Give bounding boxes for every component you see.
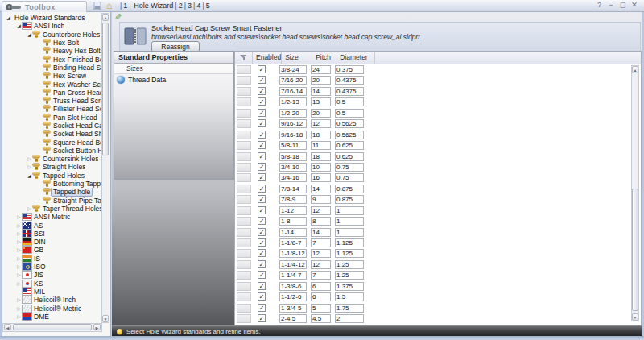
expand-arrow-icon[interactable]: ▷ <box>15 313 23 321</box>
tree-item-pan-slot-head[interactable]: Pan Slot Head <box>2 114 102 122</box>
enabled-checkbox[interactable]: ✓ <box>258 87 266 95</box>
tree-item-hex-screw[interactable]: Hex Screw <box>2 72 102 80</box>
enabled-checkbox[interactable]: ✓ <box>258 97 266 106</box>
size-input[interactable] <box>279 260 307 269</box>
size-input[interactable] <box>279 119 307 128</box>
row-selector[interactable] <box>237 271 251 280</box>
scroll-down-icon[interactable]: ▼ <box>632 313 638 321</box>
expand-arrow-icon[interactable]: ▷ <box>26 163 33 171</box>
pitch-input[interactable] <box>311 76 331 85</box>
enabled-checkbox[interactable]: ✓ <box>258 65 266 73</box>
tree-item-heavy-hex-bolt[interactable]: Heavy Hex Bolt <box>2 47 102 55</box>
thread-data-item[interactable]: Thread Data <box>114 74 233 85</box>
expand-arrow-icon[interactable]: ▷ <box>26 155 33 163</box>
nav-page-5[interactable]: 5 <box>206 2 210 10</box>
diameter-input[interactable] <box>335 97 364 106</box>
tree-item-helicoil-metric[interactable]: ▷Helicoil® Metric <box>2 304 102 312</box>
expand-arrow-icon[interactable]: ▷ <box>15 246 23 254</box>
expand-arrow-icon[interactable]: ▷ <box>15 255 23 263</box>
tree-item-binding-head-screw[interactable]: Binding Head Screw <box>2 64 102 72</box>
diameter-input[interactable] <box>335 76 364 85</box>
row-selector[interactable] <box>237 109 251 118</box>
scroll-up-icon[interactable]: ▲ <box>102 14 109 21</box>
pitch-input[interactable] <box>311 217 331 226</box>
enabled-checkbox[interactable]: ✓ <box>258 185 266 193</box>
pitch-input[interactable] <box>311 195 331 204</box>
size-input[interactable] <box>279 228 307 237</box>
diameter-input[interactable] <box>335 260 364 269</box>
expand-arrow-icon[interactable]: ▷ <box>15 271 23 279</box>
tree-item-pan-cross-head[interactable]: Pan Cross Head <box>2 89 102 97</box>
tree-item-straight-holes[interactable]: ▷Straight Holes <box>2 163 102 171</box>
pitch-input[interactable] <box>311 119 331 128</box>
enabled-checkbox[interactable]: ✓ <box>258 217 266 225</box>
size-input[interactable] <box>279 76 307 85</box>
help-button[interactable]: ? <box>594 1 604 9</box>
pitch-input[interactable] <box>311 206 331 215</box>
enabled-checkbox[interactable]: ✓ <box>258 238 266 247</box>
diameter-input[interactable] <box>335 292 364 301</box>
scroll-left-icon[interactable]: ◀ <box>4 324 11 330</box>
diameter-input[interactable] <box>335 119 364 128</box>
diameter-input[interactable] <box>335 163 364 172</box>
tree-item-hex-bolt[interactable]: Hex Bolt <box>2 39 102 47</box>
expand-arrow-icon[interactable]: ▷ <box>15 222 23 230</box>
tree-item-socket-button-head-cap-screw[interactable]: Socket Button Head Cap Screw <box>2 147 102 155</box>
enabled-checkbox[interactable]: ✓ <box>258 249 266 257</box>
pitch-input[interactable] <box>311 271 331 280</box>
diameter-input[interactable] <box>335 304 364 313</box>
size-input[interactable] <box>279 282 307 291</box>
pitch-input[interactable] <box>311 65 331 74</box>
size-input[interactable] <box>279 141 307 150</box>
minimize-button[interactable]: − <box>606 1 616 9</box>
enabled-checkbox[interactable]: ✓ <box>258 228 266 236</box>
table-vertical-scrollbar[interactable]: ▲ ▼ <box>631 65 639 321</box>
pitch-input[interactable] <box>311 131 331 139</box>
size-input[interactable] <box>279 292 307 301</box>
size-input[interactable] <box>279 249 307 258</box>
enabled-checkbox[interactable]: ✓ <box>258 76 266 84</box>
pitch-column-header[interactable]: Pitch <box>312 52 336 64</box>
row-selector[interactable] <box>237 65 251 74</box>
expand-arrow-icon[interactable]: ▷ <box>15 296 23 304</box>
pitch-input[interactable] <box>311 228 331 237</box>
size-input[interactable] <box>279 97 307 106</box>
maximize-button[interactable]: ◻ <box>617 1 627 9</box>
pitch-input[interactable] <box>311 87 331 96</box>
tree-item-tapped-hole[interactable]: Tapped hole <box>2 188 102 196</box>
row-selector[interactable] <box>237 195 251 204</box>
pitch-input[interactable] <box>311 152 331 161</box>
pitch-input[interactable] <box>311 185 331 193</box>
row-selector[interactable] <box>237 206 251 215</box>
enabled-checkbox[interactable]: ✓ <box>258 282 266 290</box>
enabled-checkbox[interactable]: ✓ <box>258 109 266 117</box>
tree-item-ks[interactable]: ▷KS <box>2 280 102 288</box>
enabled-checkbox[interactable]: ✓ <box>258 271 266 279</box>
size-input[interactable] <box>279 271 307 280</box>
size-input[interactable] <box>279 195 307 204</box>
size-input[interactable] <box>279 87 307 96</box>
row-selector[interactable] <box>237 292 251 301</box>
pitch-input[interactable] <box>311 109 331 118</box>
tree-item-as[interactable]: ▷AS <box>2 221 102 229</box>
tree-item-truss-head-screw[interactable]: Truss Head Screw <box>2 97 102 105</box>
size-input[interactable] <box>279 109 307 118</box>
expand-arrow-icon[interactable]: ▷ <box>15 263 23 271</box>
size-column-header[interactable]: Size <box>282 52 312 64</box>
tree-item-din[interactable]: ▷DIN <box>2 238 102 246</box>
size-input[interactable] <box>279 65 307 74</box>
pitch-input[interactable] <box>311 141 331 150</box>
row-selector[interactable] <box>237 163 251 172</box>
pitch-input[interactable] <box>311 173 331 182</box>
tree-item-countersink-holes[interactable]: ▷Countersink Holes <box>2 155 102 163</box>
pitch-input[interactable] <box>311 292 331 301</box>
size-input[interactable] <box>279 152 307 161</box>
expand-arrow-icon[interactable]: ▷ <box>15 230 23 238</box>
save-icon[interactable] <box>93 2 101 10</box>
pitch-input[interactable] <box>311 314 331 323</box>
enabled-column-header[interactable]: Enabled <box>253 52 282 64</box>
diameter-input[interactable] <box>335 249 364 258</box>
row-selector[interactable] <box>237 97 251 106</box>
row-selector[interactable] <box>237 119 251 128</box>
row-selector[interactable] <box>237 249 251 258</box>
